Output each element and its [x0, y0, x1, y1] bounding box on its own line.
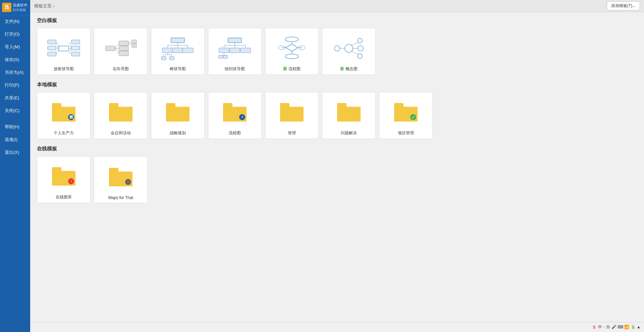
svg-line-20: [128, 42, 132, 43]
template-label-concept: 概念图: [340, 66, 357, 72]
svg-rect-23: [132, 44, 137, 47]
template-personal[interactable]: 📊 个人生产力: [37, 92, 91, 139]
svg-rect-39: [228, 38, 241, 43]
svg-rect-22: [132, 40, 137, 43]
svg-rect-47: [240, 48, 251, 53]
template-label-problem: 问题解决: [341, 130, 357, 136]
sidebar-item-print[interactable]: 打印(P): [0, 79, 30, 92]
svg-rect-18: [119, 46, 128, 51]
sidebar-header: 迅 迅捷软件 软件模板: [0, 0, 30, 15]
svg-rect-5: [71, 46, 80, 50]
section-title-online: 在线模板: [37, 146, 637, 152]
sidebar-item-save[interactable]: 保存(S): [0, 53, 30, 66]
svg-point-58: [285, 54, 299, 59]
template-icon-online-lib: !: [40, 160, 88, 192]
main-content: 空白模板: [30, 12, 644, 332]
template-meeting[interactable]: 会议和活动: [94, 92, 148, 139]
svg-marker-54: [286, 44, 298, 51]
template-problem[interactable]: 问题解决: [322, 92, 376, 139]
template-icon-tree: [154, 32, 202, 64]
template-process[interactable]: ↗ 流程图: [208, 92, 262, 139]
template-org[interactable]: 组织状导图: [208, 28, 262, 75]
svg-line-12: [69, 49, 71, 54]
template-icon-meeting: [97, 96, 145, 128]
svg-rect-3: [48, 52, 56, 56]
template-radial[interactable]: 放射状导图: [37, 28, 91, 75]
template-strategy[interactable]: 战略规划: [151, 92, 205, 139]
svg-rect-2: [48, 46, 56, 50]
breadcrumb-home: 模板主页: [34, 3, 52, 9]
svg-line-16: [115, 48, 119, 53]
sidebar-item-file[interactable]: 文件(N): [0, 15, 30, 28]
template-label-strategy: 战略规划: [170, 130, 186, 136]
svg-point-68: [358, 54, 362, 58]
sidebar-title: 迅捷软件 软件模板: [13, 3, 28, 12]
svg-rect-46: [230, 48, 240, 53]
topbar: 模板主页 › 添加模板(T)...: [30, 0, 644, 12]
sidebar-item-close[interactable]: 关闭(C): [0, 104, 30, 117]
template-label-personal: 个人生产力: [54, 130, 74, 136]
svg-rect-38: [169, 57, 174, 60]
svg-rect-37: [161, 57, 166, 60]
sidebar-item-import[interactable]: 导入(M): [0, 41, 30, 53]
svg-line-14: [115, 43, 119, 48]
template-maps-for-that[interactable]: ⋯ Maps for That: [94, 156, 148, 203]
template-label-maps-for-that: Maps for That: [108, 195, 133, 200]
template-label-management: 管理: [288, 130, 296, 136]
breadcrumb: 模板主页 ›: [34, 3, 54, 9]
template-icon-concept: [325, 32, 373, 64]
sidebar: 迅 迅捷软件 软件模板 文件(N) 打开(O) 导入(M) 保存(S) 另存为(…: [0, 0, 30, 332]
template-icon-right: [97, 32, 145, 64]
svg-point-52: [285, 37, 299, 42]
svg-rect-30: [162, 48, 173, 53]
taskbar-items: 中・办 🎤 ⌨ 📶 🔋 ▲: [598, 324, 641, 330]
sidebar-logo: 迅: [2, 3, 11, 12]
template-label-org: 组织状导图: [225, 66, 245, 72]
svg-rect-51: [223, 55, 227, 58]
blank-template-grid: 放射状导图 右向导图: [37, 28, 637, 75]
svg-line-9: [56, 49, 59, 54]
svg-line-67: [351, 42, 358, 46]
template-label-right: 右向导图: [113, 66, 129, 72]
sidebar-item-saveas[interactable]: 另存为(A): [0, 66, 30, 79]
taskbar: S 中・办 🎤 ⌨ 📶 🔋 ▲: [30, 322, 644, 332]
sidebar-item-options[interactable]: 选项(I): [0, 133, 30, 146]
template-label-radial: 放射状导图: [54, 66, 74, 72]
svg-rect-19: [119, 51, 128, 56]
sidebar-item-exit[interactable]: 退出(X): [0, 146, 30, 159]
sidebar-item-help[interactable]: 帮助(H): [0, 121, 30, 133]
svg-rect-50: [219, 55, 223, 58]
svg-line-8: [56, 48, 59, 48]
template-project[interactable]: ✓ 项目管理: [379, 92, 433, 139]
svg-rect-32: [182, 48, 193, 53]
template-concept[interactable]: 概念图: [322, 28, 376, 75]
template-online-lib[interactable]: ! 在线图库: [37, 156, 91, 203]
svg-rect-31: [172, 48, 183, 53]
svg-rect-0: [59, 46, 69, 51]
template-flow[interactable]: 流程图: [265, 28, 319, 75]
svg-rect-6: [71, 52, 80, 56]
svg-rect-45: [219, 48, 229, 53]
template-label-flow: 流程图: [283, 66, 300, 72]
add-template-button[interactable]: 添加模板(T)...: [607, 1, 640, 10]
breadcrumb-sep: ›: [53, 3, 54, 8]
template-icon-flow: [268, 32, 316, 64]
svg-line-10: [69, 42, 71, 48]
template-icon-problem: [325, 96, 373, 128]
svg-point-62: [334, 46, 340, 51]
sidebar-item-open[interactable]: 打开(O): [0, 28, 30, 41]
template-icon-personal: 📊: [40, 96, 88, 128]
template-right[interactable]: 右向导图: [94, 28, 148, 75]
svg-point-66: [358, 38, 362, 43]
template-icon-strategy: [154, 96, 202, 128]
sidebar-item-share[interactable]: 共享(E): [0, 92, 30, 104]
template-tree[interactable]: 树状导图: [151, 28, 205, 75]
template-label-process: 流程图: [229, 130, 241, 136]
section-title-local: 本地模板: [37, 82, 637, 88]
svg-rect-4: [71, 40, 80, 44]
template-icon-radial: [40, 32, 88, 64]
template-icon-org: [211, 32, 259, 64]
template-management[interactable]: 管理: [265, 92, 319, 139]
online-template-grid: ! 在线图库 ⋯ Maps for That: [37, 156, 637, 203]
svg-rect-1: [48, 40, 56, 44]
